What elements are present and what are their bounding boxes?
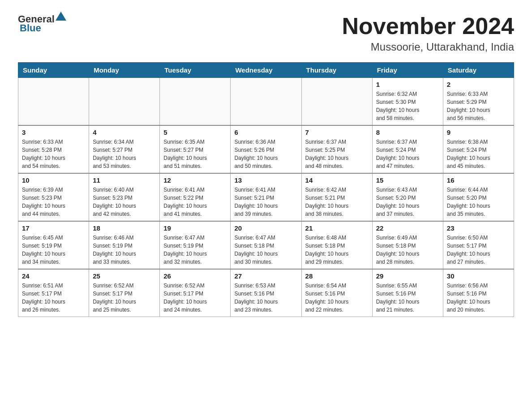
day-info: Sunrise: 6:41 AM Sunset: 5:22 PM Dayligh… xyxy=(163,186,227,218)
day-info: Sunrise: 6:49 AM Sunset: 5:18 PM Dayligh… xyxy=(376,234,439,266)
day-info: Sunrise: 6:56 AM Sunset: 5:16 PM Dayligh… xyxy=(447,282,510,314)
day-info: Sunrise: 6:36 AM Sunset: 5:26 PM Dayligh… xyxy=(234,138,297,170)
calendar-cell: 5Sunrise: 6:35 AM Sunset: 5:27 PM Daylig… xyxy=(160,125,231,173)
day-number: 25 xyxy=(93,272,156,280)
day-number: 21 xyxy=(305,224,369,232)
day-info: Sunrise: 6:41 AM Sunset: 5:21 PM Dayligh… xyxy=(234,186,297,218)
page-title: November 2024 xyxy=(342,13,514,39)
calendar-header-monday: Monday xyxy=(89,63,160,78)
calendar-header-wednesday: Wednesday xyxy=(231,63,301,78)
day-number: 23 xyxy=(447,224,510,232)
calendar-week-row: 17Sunrise: 6:45 AM Sunset: 5:19 PM Dayli… xyxy=(18,221,514,269)
calendar-header-sunday: Sunday xyxy=(18,63,89,78)
calendar-cell xyxy=(160,78,231,126)
day-info: Sunrise: 6:53 AM Sunset: 5:16 PM Dayligh… xyxy=(234,282,297,314)
day-number: 13 xyxy=(234,176,297,184)
calendar-table: SundayMondayTuesdayWednesdayThursdayFrid… xyxy=(18,62,514,317)
day-info: Sunrise: 6:51 AM Sunset: 5:17 PM Dayligh… xyxy=(22,282,85,314)
day-info: Sunrise: 6:52 AM Sunset: 5:17 PM Dayligh… xyxy=(93,282,156,314)
calendar-header-thursday: Thursday xyxy=(301,63,372,78)
calendar-cell xyxy=(301,78,372,126)
calendar-cell xyxy=(231,78,301,126)
day-number: 1 xyxy=(376,81,439,88)
calendar-cell: 7Sunrise: 6:37 AM Sunset: 5:25 PM Daylig… xyxy=(301,125,372,173)
day-info: Sunrise: 6:40 AM Sunset: 5:23 PM Dayligh… xyxy=(93,186,156,218)
day-number: 24 xyxy=(22,272,85,280)
calendar-cell: 6Sunrise: 6:36 AM Sunset: 5:26 PM Daylig… xyxy=(231,125,301,173)
day-number: 8 xyxy=(376,128,439,136)
calendar-cell: 16Sunrise: 6:44 AM Sunset: 5:20 PM Dayli… xyxy=(443,173,514,221)
calendar-cell: 20Sunrise: 6:47 AM Sunset: 5:18 PM Dayli… xyxy=(231,221,301,269)
day-number: 30 xyxy=(447,272,510,280)
calendar-cell: 21Sunrise: 6:48 AM Sunset: 5:18 PM Dayli… xyxy=(301,221,372,269)
day-number: 22 xyxy=(376,224,439,232)
calendar-cell: 11Sunrise: 6:40 AM Sunset: 5:23 PM Dayli… xyxy=(89,173,160,221)
day-number: 2 xyxy=(447,81,510,88)
day-info: Sunrise: 6:44 AM Sunset: 5:20 PM Dayligh… xyxy=(447,186,510,218)
day-info: Sunrise: 6:46 AM Sunset: 5:19 PM Dayligh… xyxy=(93,234,156,266)
calendar-cell xyxy=(89,78,160,126)
calendar-cell: 10Sunrise: 6:39 AM Sunset: 5:23 PM Dayli… xyxy=(18,173,89,221)
calendar-cell: 23Sunrise: 6:50 AM Sunset: 5:17 PM Dayli… xyxy=(443,221,514,269)
title-block: November 2024 Mussoorie, Uttarakhand, In… xyxy=(342,13,514,53)
calendar-cell: 18Sunrise: 6:46 AM Sunset: 5:19 PM Dayli… xyxy=(89,221,160,269)
day-number: 9 xyxy=(447,128,510,136)
day-info: Sunrise: 6:32 AM Sunset: 5:30 PM Dayligh… xyxy=(376,90,439,122)
day-info: Sunrise: 6:47 AM Sunset: 5:19 PM Dayligh… xyxy=(163,234,227,266)
day-number: 17 xyxy=(22,224,85,232)
calendar-cell: 25Sunrise: 6:52 AM Sunset: 5:17 PM Dayli… xyxy=(89,269,160,317)
page-header: General Blue November 2024 Mussoorie, Ut… xyxy=(18,13,514,53)
day-info: Sunrise: 6:54 AM Sunset: 5:16 PM Dayligh… xyxy=(305,282,369,314)
calendar-cell: 22Sunrise: 6:49 AM Sunset: 5:18 PM Dayli… xyxy=(372,221,443,269)
day-info: Sunrise: 6:37 AM Sunset: 5:25 PM Dayligh… xyxy=(305,138,369,170)
day-number: 12 xyxy=(163,176,227,184)
day-number: 4 xyxy=(93,128,156,136)
day-number: 6 xyxy=(234,128,297,136)
calendar-week-row: 1Sunrise: 6:32 AM Sunset: 5:30 PM Daylig… xyxy=(18,78,514,126)
calendar-cell: 15Sunrise: 6:43 AM Sunset: 5:20 PM Dayli… xyxy=(372,173,443,221)
calendar-cell: 17Sunrise: 6:45 AM Sunset: 5:19 PM Dayli… xyxy=(18,221,89,269)
day-number: 5 xyxy=(163,128,227,136)
calendar-cell: 8Sunrise: 6:37 AM Sunset: 5:24 PM Daylig… xyxy=(372,125,443,173)
day-info: Sunrise: 6:43 AM Sunset: 5:20 PM Dayligh… xyxy=(376,186,439,218)
calendar-cell: 19Sunrise: 6:47 AM Sunset: 5:19 PM Dayli… xyxy=(160,221,231,269)
day-number: 26 xyxy=(163,272,227,280)
day-number: 7 xyxy=(305,128,369,136)
calendar-cell: 27Sunrise: 6:53 AM Sunset: 5:16 PM Dayli… xyxy=(231,269,301,317)
calendar-cell: 9Sunrise: 6:38 AM Sunset: 5:24 PM Daylig… xyxy=(443,125,514,173)
day-info: Sunrise: 6:55 AM Sunset: 5:16 PM Dayligh… xyxy=(376,282,439,314)
day-number: 3 xyxy=(22,128,85,136)
day-info: Sunrise: 6:50 AM Sunset: 5:17 PM Dayligh… xyxy=(447,234,510,266)
day-number: 27 xyxy=(234,272,297,280)
calendar-cell: 29Sunrise: 6:55 AM Sunset: 5:16 PM Dayli… xyxy=(372,269,443,317)
day-info: Sunrise: 6:48 AM Sunset: 5:18 PM Dayligh… xyxy=(305,234,369,266)
logo: General Blue xyxy=(18,13,66,34)
calendar-cell: 13Sunrise: 6:41 AM Sunset: 5:21 PM Dayli… xyxy=(231,173,301,221)
calendar-cell xyxy=(18,78,89,126)
day-info: Sunrise: 6:33 AM Sunset: 5:28 PM Dayligh… xyxy=(22,138,85,170)
calendar-header-saturday: Saturday xyxy=(443,63,514,78)
calendar-cell: 26Sunrise: 6:52 AM Sunset: 5:17 PM Dayli… xyxy=(160,269,231,317)
day-number: 11 xyxy=(93,176,156,184)
calendar-cell: 4Sunrise: 6:34 AM Sunset: 5:27 PM Daylig… xyxy=(89,125,160,173)
calendar-week-row: 10Sunrise: 6:39 AM Sunset: 5:23 PM Dayli… xyxy=(18,173,514,221)
calendar-cell: 24Sunrise: 6:51 AM Sunset: 5:17 PM Dayli… xyxy=(18,269,89,317)
day-info: Sunrise: 6:45 AM Sunset: 5:19 PM Dayligh… xyxy=(22,234,85,266)
day-info: Sunrise: 6:34 AM Sunset: 5:27 PM Dayligh… xyxy=(93,138,156,170)
day-info: Sunrise: 6:47 AM Sunset: 5:18 PM Dayligh… xyxy=(234,234,297,266)
logo-triangle-icon xyxy=(56,12,66,21)
calendar-header-friday: Friday xyxy=(372,63,443,78)
day-info: Sunrise: 6:42 AM Sunset: 5:21 PM Dayligh… xyxy=(305,186,369,218)
calendar-cell: 28Sunrise: 6:54 AM Sunset: 5:16 PM Dayli… xyxy=(301,269,372,317)
day-info: Sunrise: 6:38 AM Sunset: 5:24 PM Dayligh… xyxy=(447,138,510,170)
calendar-cell: 14Sunrise: 6:42 AM Sunset: 5:21 PM Dayli… xyxy=(301,173,372,221)
location-subtitle: Mussoorie, Uttarakhand, India xyxy=(342,41,514,53)
day-number: 18 xyxy=(93,224,156,232)
day-info: Sunrise: 6:33 AM Sunset: 5:29 PM Dayligh… xyxy=(447,90,510,122)
calendar-cell: 2Sunrise: 6:33 AM Sunset: 5:29 PM Daylig… xyxy=(443,78,514,126)
calendar-week-row: 3Sunrise: 6:33 AM Sunset: 5:28 PM Daylig… xyxy=(18,125,514,173)
calendar-cell: 3Sunrise: 6:33 AM Sunset: 5:28 PM Daylig… xyxy=(18,125,89,173)
calendar-cell: 12Sunrise: 6:41 AM Sunset: 5:22 PM Dayli… xyxy=(160,173,231,221)
day-number: 10 xyxy=(22,176,85,184)
day-number: 19 xyxy=(163,224,227,232)
